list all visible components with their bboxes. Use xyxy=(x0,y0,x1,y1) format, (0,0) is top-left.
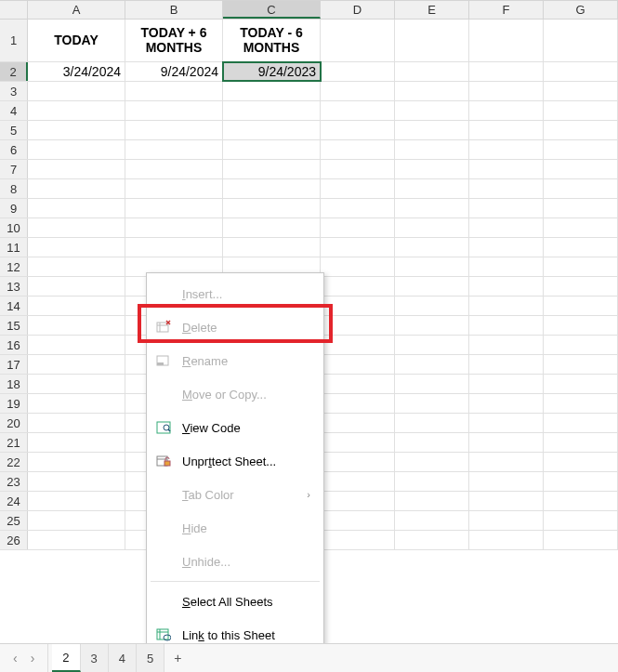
cell-d2[interactable] xyxy=(321,62,395,81)
cell[interactable] xyxy=(28,140,125,159)
cell-b2[interactable]: 9/24/2024 xyxy=(125,62,223,81)
cell[interactable] xyxy=(125,121,223,139)
cell[interactable] xyxy=(28,160,125,178)
ctx-unprotect-sheet[interactable]: Unprttect Sheet... xyxy=(147,444,323,478)
row-header-15[interactable]: 15 xyxy=(0,316,28,335)
row-header-9[interactable]: 9 xyxy=(0,199,28,217)
cell[interactable] xyxy=(28,433,125,452)
cell[interactable] xyxy=(223,101,321,120)
cell[interactable] xyxy=(321,296,395,315)
col-header-g[interactable]: G xyxy=(544,1,618,19)
tab-nav-next[interactable]: › xyxy=(31,651,35,665)
cell[interactable] xyxy=(469,433,544,452)
cell[interactable] xyxy=(395,453,469,471)
cell[interactable] xyxy=(321,355,395,374)
row-header-19[interactable]: 19 xyxy=(0,394,28,413)
cell[interactable] xyxy=(28,82,125,100)
ctx-insert[interactable]: Insert... xyxy=(147,277,323,310)
row-header-25[interactable]: 25 xyxy=(0,511,28,530)
cell[interactable] xyxy=(28,121,125,139)
cell[interactable] xyxy=(321,375,395,393)
cell[interactable] xyxy=(28,375,125,393)
cell[interactable] xyxy=(544,414,618,432)
cell[interactable] xyxy=(544,160,618,178)
cell[interactable] xyxy=(469,355,544,374)
cell[interactable] xyxy=(544,433,618,452)
cell[interactable] xyxy=(321,394,395,413)
cell[interactable] xyxy=(223,179,321,198)
cell[interactable] xyxy=(28,238,125,257)
cell[interactable] xyxy=(469,531,544,549)
cell[interactable] xyxy=(544,199,618,217)
cell[interactable] xyxy=(544,296,618,315)
cell[interactable] xyxy=(395,238,469,257)
cell[interactable] xyxy=(125,140,223,159)
cell[interactable] xyxy=(321,179,395,198)
cell[interactable] xyxy=(469,394,544,413)
cell[interactable] xyxy=(395,511,469,530)
cell[interactable] xyxy=(223,160,321,178)
col-header-f[interactable]: F xyxy=(469,1,544,19)
cell[interactable] xyxy=(125,218,223,237)
cell[interactable] xyxy=(321,160,395,178)
cell[interactable] xyxy=(321,453,395,471)
cell[interactable] xyxy=(469,160,544,178)
cell[interactable] xyxy=(395,336,469,354)
cell[interactable] xyxy=(125,238,223,257)
cell[interactable] xyxy=(469,492,544,510)
cell[interactable] xyxy=(28,101,125,120)
ctx-tab-color[interactable]: Tab Color › xyxy=(147,478,323,511)
cell[interactable] xyxy=(544,394,618,413)
cell[interactable] xyxy=(28,316,125,335)
row-header-8[interactable]: 8 xyxy=(0,179,28,198)
ctx-view-code[interactable]: View Code xyxy=(147,411,323,444)
cell[interactable] xyxy=(395,433,469,452)
cell[interactable] xyxy=(321,82,395,100)
cell[interactable] xyxy=(321,238,395,257)
cell[interactable] xyxy=(544,82,618,100)
cell-c1[interactable]: TODAY - 6 MONTHS xyxy=(223,20,321,61)
cell[interactable] xyxy=(469,375,544,393)
cell[interactable] xyxy=(125,101,223,120)
cell-f2[interactable] xyxy=(469,62,544,81)
ctx-hide[interactable]: Hide xyxy=(147,511,323,545)
row-header-16[interactable]: 16 xyxy=(0,336,28,354)
cell[interactable] xyxy=(223,218,321,237)
cell[interactable] xyxy=(469,82,544,100)
sheet-tab[interactable]: 3 xyxy=(81,644,109,672)
sheet-tab[interactable]: 4 xyxy=(109,644,137,672)
cell[interactable] xyxy=(321,277,395,296)
cell[interactable] xyxy=(321,492,395,510)
col-header-d[interactable]: D xyxy=(321,1,395,19)
cell-f1[interactable] xyxy=(469,20,544,61)
col-header-e[interactable]: E xyxy=(395,1,469,19)
cell[interactable] xyxy=(223,140,321,159)
cell[interactable] xyxy=(125,160,223,178)
cell[interactable] xyxy=(544,218,618,237)
cell[interactable] xyxy=(223,238,321,257)
cell[interactable] xyxy=(395,531,469,549)
cell[interactable] xyxy=(469,336,544,354)
cell[interactable] xyxy=(395,296,469,315)
ctx-move-copy[interactable]: Move or Copy... xyxy=(147,377,323,411)
cell[interactable] xyxy=(321,218,395,237)
row-header-17[interactable]: 17 xyxy=(0,355,28,374)
cell[interactable] xyxy=(469,277,544,296)
cell[interactable] xyxy=(544,140,618,159)
cell[interactable] xyxy=(469,453,544,471)
row-header-22[interactable]: 22 xyxy=(0,453,28,471)
cell[interactable] xyxy=(395,492,469,510)
cell-e2[interactable] xyxy=(395,62,469,81)
cell[interactable] xyxy=(469,101,544,120)
cell[interactable] xyxy=(395,121,469,139)
cell[interactable] xyxy=(469,199,544,217)
row-header-26[interactable]: 26 xyxy=(0,531,28,549)
cell[interactable] xyxy=(469,511,544,530)
cell[interactable] xyxy=(395,375,469,393)
cell[interactable] xyxy=(28,179,125,198)
cell[interactable] xyxy=(469,140,544,159)
cell[interactable] xyxy=(125,199,223,217)
ctx-select-all-sheets[interactable]: Select All Sheets xyxy=(147,585,323,618)
sheet-tab[interactable]: 5 xyxy=(137,644,164,672)
cell[interactable] xyxy=(544,492,618,510)
